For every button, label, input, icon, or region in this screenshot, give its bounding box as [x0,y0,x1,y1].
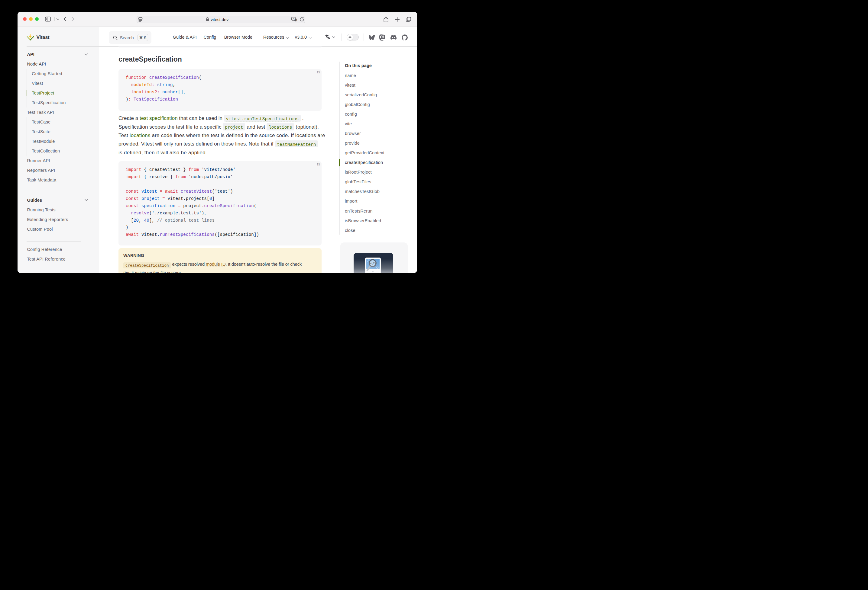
svg-text:A: A [292,18,294,21]
svg-text:文: 文 [295,19,297,21]
